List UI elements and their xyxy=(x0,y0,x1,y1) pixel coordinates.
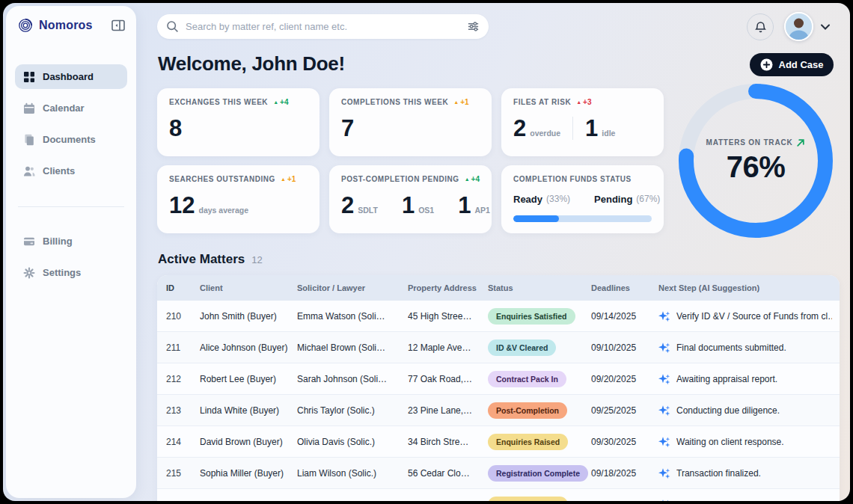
cell-next-step: Transaction finalized. xyxy=(658,467,840,479)
settings-gear-icon xyxy=(23,267,35,279)
column-header[interactable]: Status xyxy=(488,283,591,292)
cell-next-step: Final documents submitted. xyxy=(658,342,840,354)
trend-up-arrow-icon xyxy=(796,138,805,147)
kpi-unit: overdue xyxy=(530,129,560,140)
brand-name: Nomoros xyxy=(39,19,105,32)
kpi-value: 1 xyxy=(402,194,415,217)
cell-solicitor: Isabella Clark (Solic.) xyxy=(297,500,408,502)
cell-deadline: 09/30/2025 xyxy=(591,437,658,447)
bell-icon xyxy=(754,21,767,34)
cell-solicitor: Michael Brown (Soli… xyxy=(297,342,408,353)
funds-pending-label: Pending xyxy=(594,194,632,205)
sidebar-item-calendar[interactable]: Calendar xyxy=(15,96,127,120)
sidebar-item-label: Documents xyxy=(43,134,96,145)
search-input[interactable] xyxy=(186,21,460,32)
kpi-card-funds-status: COMPLETION FUNDS STATUS Ready (33%) Pend… xyxy=(501,165,664,233)
kpi-delta: ▲+4 xyxy=(273,98,288,106)
cell-client: Alice Johnson (Buyer) xyxy=(200,342,297,353)
cell-deadline: 09/18/2025 xyxy=(591,468,658,479)
table-row[interactable]: 216James Harris (Buyer)Isabella Clark (S… xyxy=(157,489,840,501)
kpi-label: POST-COMPLETION PENDING xyxy=(341,175,459,183)
next-step-text: Waiting on client response. xyxy=(676,437,784,447)
funds-ready-pct: (33%) xyxy=(546,194,570,204)
column-header[interactable]: Next Step (AI Suggestion) xyxy=(658,283,840,292)
table-row[interactable]: 210John Smith (Buyer)Emma Watson (Soli…4… xyxy=(157,301,840,332)
ai-sparkle-icon xyxy=(658,499,670,502)
table-row[interactable]: 211Alice Johnson (Buyer)Michael Brown (S… xyxy=(157,332,840,363)
kpi-card-searches: SEARCHES OUTSTANDING ▲+1 12 days average xyxy=(157,165,320,233)
cell-status: ID &V Cleared xyxy=(488,339,591,356)
matters-on-track-gauge: MATTERS ON TRACK 76% xyxy=(676,82,835,240)
sidebar-item-documents[interactable]: Documents xyxy=(15,127,127,152)
status-badge: Contract Pack In xyxy=(488,371,566,387)
cell-property: 23 Pine Lane,… xyxy=(408,405,488,416)
table-row[interactable]: 213Linda White (Buyer)Chris Taylor (Soli… xyxy=(157,395,840,426)
ai-sparkle-icon xyxy=(658,310,670,322)
cell-status: Contract Pack In xyxy=(488,371,591,387)
kpi-label: COMPLETION FUNDS STATUS xyxy=(513,175,632,183)
sidebar-item-dashboard[interactable]: Dashboard xyxy=(15,64,127,89)
delta-up-icon: ▲ xyxy=(465,176,470,182)
kpi-grid: EXCHANGES THIS WEEK ▲+4 8 COMPLETIONS TH… xyxy=(157,88,664,233)
filter-sliders-icon[interactable] xyxy=(467,20,480,33)
calendar-icon xyxy=(23,102,35,114)
cell-id: 210 xyxy=(166,311,200,322)
kpi-value: 2 xyxy=(341,194,354,217)
cell-id: 212 xyxy=(166,374,200,384)
column-header[interactable]: Solicitor / Lawyer xyxy=(297,283,408,292)
cell-client: Sophia Miller (Buyer) xyxy=(200,468,297,479)
sidebar-item-clients[interactable]: Clients xyxy=(15,159,127,183)
documents-icon xyxy=(23,134,35,146)
add-case-label: Add Case xyxy=(779,59,824,70)
sidebar-divider xyxy=(18,206,124,207)
delta-up-icon: ▲ xyxy=(273,99,278,105)
table-title: Active Matters xyxy=(158,252,245,267)
next-step-text: Final documents submitted. xyxy=(676,342,786,353)
kpi-label: EXCHANGES THIS WEEK xyxy=(169,98,268,106)
next-step-text: Transaction finalized. xyxy=(676,468,761,479)
cell-next-step: Waiting on client response. xyxy=(658,436,840,448)
cell-status: Post-Completion xyxy=(488,402,591,419)
column-header[interactable]: Property Address xyxy=(408,283,488,292)
notifications-button[interactable] xyxy=(747,13,774,40)
ai-sparkle-icon xyxy=(658,342,670,354)
avatar-image xyxy=(786,13,812,40)
table-row[interactable]: 212Robert Lee (Buyer)Sarah Johnson (Soli… xyxy=(157,363,840,395)
table-row[interactable]: 215Sophia Miller (Buyer)Liam Wilson (Sol… xyxy=(157,458,840,489)
plus-icon xyxy=(760,58,773,71)
column-header[interactable]: Client xyxy=(200,283,297,292)
kpi-value: 12 xyxy=(169,194,195,217)
next-step-text: Conducting due diligence. xyxy=(676,405,780,416)
page-title: Welcome, John Doe! xyxy=(158,52,345,76)
sidebar-item-settings[interactable]: Settings xyxy=(15,260,127,285)
add-case-button[interactable]: Add Case xyxy=(750,53,834,76)
next-step-text: Verify ID &V / Source of Funds from cl… xyxy=(676,311,832,322)
status-badge: Enquiries Raised xyxy=(488,497,568,502)
sidebar-collapse-icon[interactable] xyxy=(111,18,126,33)
cell-next-step: Verify ID &V / Source of Funds from cl… xyxy=(658,310,840,322)
cell-property: 10 Elm Street… xyxy=(408,500,488,502)
table-count: 12 xyxy=(251,254,262,265)
status-badge: ID &V Cleared xyxy=(488,339,556,356)
funds-pending-pct: (67%) xyxy=(636,194,660,204)
chevron-down-icon[interactable] xyxy=(820,23,831,31)
sidebar-item-label: Dashboard xyxy=(43,71,94,82)
column-header[interactable]: ID xyxy=(166,283,200,292)
cell-next-step: Conducting due diligence. xyxy=(658,405,840,417)
dashboard-icon xyxy=(23,71,35,83)
delta-up-icon: ▲ xyxy=(281,176,286,182)
table-row[interactable]: 214David Brown (Buyer)Olivia Davis (Soli… xyxy=(157,426,840,458)
status-badge: Enquiries Satisfied xyxy=(488,308,575,325)
cell-property: 34 Birch Stre… xyxy=(408,437,488,447)
kpi-value: 1 xyxy=(585,117,598,140)
column-header[interactable]: Deadlines xyxy=(591,283,658,292)
sidebar-item-billing[interactable]: Billing xyxy=(15,229,127,253)
kpi-value: 8 xyxy=(169,117,182,140)
kpi-card-post-completion: POST-COMPLETION PENDING ▲+4 2 SDLT 1 OS1… xyxy=(329,165,492,233)
cell-client: Robert Lee (Buyer) xyxy=(200,374,297,384)
ai-sparkle-icon xyxy=(658,467,670,479)
next-step-text: Negotiating purchase agreement. xyxy=(676,500,809,502)
funds-ready-label: Ready xyxy=(513,194,542,205)
cell-id: 211 xyxy=(166,342,200,353)
user-avatar[interactable] xyxy=(784,12,813,41)
